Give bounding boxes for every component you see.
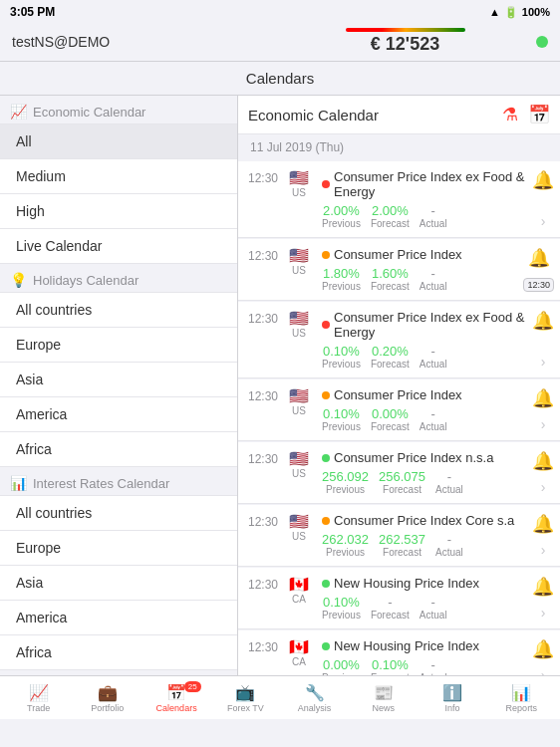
forecast-value: 256.075 <box>379 469 425 484</box>
event-row[interactable]: 12:30 🇨🇦 CA New Housing Price Index 0.10… <box>238 568 560 629</box>
event-time: 12:30 <box>244 387 282 432</box>
event-row[interactable]: 12:30 🇺🇸 US Consumer Price Index ex Food… <box>238 302 560 378</box>
bell-icon[interactable]: 🔔 <box>532 310 554 332</box>
previous-label: Previous <box>322 547 369 558</box>
event-title: Consumer Price Index n.s.a <box>334 450 493 465</box>
sidebar-item-holidays-all[interactable]: All countries <box>0 293 237 328</box>
event-stats: 1.80% Previous 1.60% Forecast - Actual <box>322 266 517 292</box>
previous-label: Previous <box>322 484 369 495</box>
sidebar-section-dividends: 📅 Dividends Calendar <box>0 670 237 675</box>
forecast-value: - <box>371 595 410 610</box>
tab-info[interactable]: ℹ️ Info <box>419 679 487 717</box>
sidebar-section-economic: 📈 Economic Calendar <box>0 96 237 124</box>
sidebar-item-holidays-america[interactable]: America <box>0 397 237 432</box>
sidebar-item-medium[interactable]: Medium <box>0 159 237 194</box>
info-label: Info <box>445 703 460 713</box>
event-time: 12:30 <box>244 247 282 292</box>
event-stats: 0.10% Previous - Forecast - Actual <box>322 595 526 621</box>
event-time: 12:30 <box>244 638 282 675</box>
event-row[interactable]: 12:30 🇺🇸 US Consumer Price Index 1.80% P… <box>238 239 560 301</box>
reports-icon: 📊 <box>511 683 531 702</box>
actual-value: - <box>420 344 447 359</box>
stat-actual: - Actual <box>420 266 447 292</box>
bell-icon[interactable]: 🔔 <box>532 513 554 535</box>
actual-value: - <box>435 532 463 547</box>
previous-value: 0.10% <box>322 406 361 421</box>
filter-icon[interactable]: ⚗ <box>502 104 518 125</box>
sidebar-item-interest-europe[interactable]: Europe <box>0 531 237 566</box>
status-time: 3:05 PM <box>10 5 55 19</box>
chevron-icon: › <box>541 605 546 621</box>
bell-icon[interactable]: 🔔 <box>532 387 554 409</box>
event-time: 12:30 <box>244 310 282 370</box>
tab-analysis[interactable]: 🔧 Analysis <box>280 679 349 717</box>
stat-forecast: 0.10% Forecast <box>371 657 410 675</box>
chevron-icon: › <box>541 667 546 675</box>
forecast-label: Forecast <box>371 218 410 229</box>
bell-icon[interactable]: 🔔 <box>528 247 550 269</box>
stat-actual: - Actual <box>420 344 447 370</box>
balance-amount: € 12'523 <box>274 34 536 55</box>
sidebar-item-holidays-africa[interactable]: Africa <box>0 432 237 467</box>
country-code: US <box>292 187 306 198</box>
bell-icon[interactable]: 🔔 <box>532 450 554 472</box>
sidebar-item-interest-africa[interactable]: Africa <box>0 635 237 670</box>
interest-icon: 📊 <box>10 475 27 491</box>
event-stats: 0.10% Previous 0.20% Forecast - Actual <box>322 344 526 370</box>
stat-previous: 2.00% Previous <box>322 203 361 229</box>
event-row[interactable]: 12:30 🇺🇸 US Consumer Price Index 0.10% P… <box>238 379 560 441</box>
bell-icon[interactable]: 🔔 <box>532 169 554 191</box>
flag-icon: 🇺🇸 <box>287 513 311 529</box>
priority-dot <box>322 321 330 329</box>
forecast-label: Forecast <box>371 359 410 370</box>
stat-forecast: 2.00% Forecast <box>371 203 410 229</box>
event-body: New Housing Price Index 0.00% Previous 0… <box>316 638 532 675</box>
sidebar: 📈 Economic Calendar All Medium High Live… <box>0 96 238 675</box>
forextv-icon: 📺 <box>235 683 255 702</box>
calendars-badge: 25 <box>184 681 201 692</box>
event-title: Consumer Price Index ex Food & Energy <box>334 310 526 340</box>
event-flag-col: 🇨🇦 CA <box>282 638 316 675</box>
calendar-icon[interactable]: 📅 <box>528 104 550 125</box>
tab-trade[interactable]: 📈 Trade <box>4 679 73 717</box>
sidebar-item-live-calendar[interactable]: Live Calendar <box>0 229 237 264</box>
tab-calendars[interactable]: 📅 25 Calendars <box>142 679 211 717</box>
event-flag-col: 🇺🇸 US <box>282 450 316 495</box>
tab-forextv[interactable]: 📺 Forex TV <box>211 679 280 717</box>
event-stats: 262.032 Previous 262.537 Forecast - Actu… <box>322 532 526 558</box>
event-row[interactable]: 12:30 🇺🇸 US Consumer Price Index ex Food… <box>238 161 560 238</box>
calendars-label: Calendars <box>156 703 197 713</box>
sidebar-item-holidays-asia[interactable]: Asia <box>0 363 237 397</box>
event-row[interactable]: 12:30 🇨🇦 CA New Housing Price Index 0.00… <box>238 630 560 675</box>
bell-icon[interactable]: 🔔 <box>532 638 554 660</box>
bell-icon[interactable]: 🔔 <box>532 576 554 598</box>
stat-previous: 256.092 Previous <box>322 469 369 495</box>
actual-label: Actual <box>435 484 463 495</box>
balance-section: € 12'523 <box>274 28 536 55</box>
actual-value: - <box>420 266 447 281</box>
event-row[interactable]: 12:30 🇺🇸 US Consumer Price Index n.s.a 2… <box>238 442 560 504</box>
event-title-row: Consumer Price Index ex Food & Energy <box>322 169 526 199</box>
tab-bar: 📈 Trade 💼 Portfolio 📅 25 Calendars 📺 For… <box>0 675 560 719</box>
tab-reports[interactable]: 📊 Reports <box>487 679 556 717</box>
sidebar-item-all[interactable]: All <box>0 124 237 159</box>
actual-label: Actual <box>420 672 447 675</box>
event-actions: 🔔 12:30 <box>523 247 554 292</box>
chevron-icon: › <box>541 416 546 432</box>
previous-value: 1.80% <box>322 266 361 281</box>
event-body: Consumer Price Index 0.10% Previous 0.00… <box>316 387 532 432</box>
sidebar-item-interest-america[interactable]: America <box>0 601 237 635</box>
sidebar-item-high[interactable]: High <box>0 194 237 229</box>
forecast-value: 1.60% <box>371 266 410 281</box>
sidebar-item-interest-asia[interactable]: Asia <box>0 566 237 601</box>
event-row[interactable]: 12:30 🇺🇸 US Consumer Price Index Core s.… <box>238 505 560 567</box>
sidebar-item-holidays-europe[interactable]: Europe <box>0 328 237 363</box>
tab-news[interactable]: 📰 News <box>349 679 418 717</box>
forecast-label: Forecast <box>379 484 425 495</box>
event-title-row: Consumer Price Index <box>322 387 526 402</box>
tab-portfolio[interactable]: 💼 Portfolio <box>73 679 141 717</box>
stat-actual: - Actual <box>420 595 447 621</box>
event-body: Consumer Price Index Core s.a 262.032 Pr… <box>316 513 532 558</box>
sidebar-item-interest-all[interactable]: All countries <box>0 496 237 531</box>
event-body: Consumer Price Index ex Food & Energy 2.… <box>316 169 532 229</box>
